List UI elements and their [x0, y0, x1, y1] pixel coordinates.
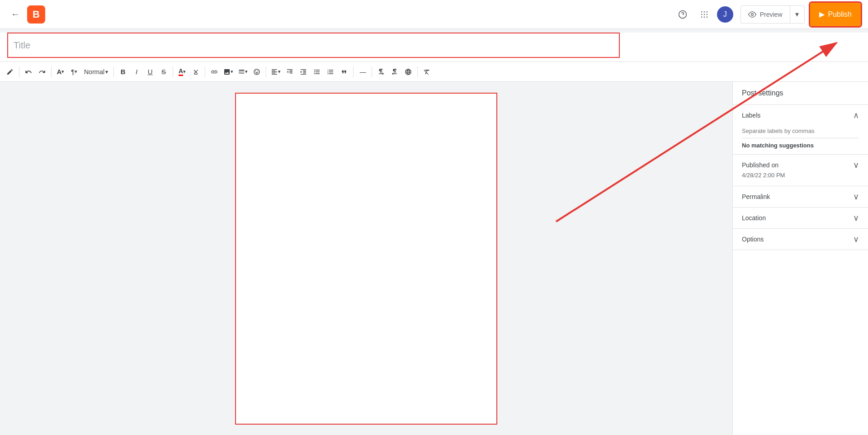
svg-point-11 — [751, 13, 753, 15]
location-label: Location — [742, 214, 766, 222]
separator-5 — [205, 66, 205, 77]
labels-label: Labels — [742, 112, 760, 119]
emoji-button[interactable] — [250, 65, 263, 79]
clear-formatting-button[interactable] — [420, 65, 433, 79]
location-section: Location ∨ — [733, 208, 868, 229]
hr-button[interactable]: — — [356, 65, 369, 79]
italic-button[interactable]: I — [130, 65, 143, 79]
svg-point-2 — [701, 11, 703, 12]
separator-8 — [372, 66, 372, 77]
permalink-section: Permalink ∨ — [733, 186, 868, 208]
separator-7 — [353, 66, 354, 77]
publish-label: Publish — [828, 10, 852, 19]
dropdown-chevron: ▾ — [105, 69, 108, 75]
indent-increase-button[interactable] — [297, 65, 310, 79]
labels-section: Labels ∧ No matching suggestions — [733, 105, 868, 155]
editor-area[interactable] — [0, 82, 732, 435]
preview-button[interactable]: Preview — [741, 5, 790, 24]
publish-icon: ▶ — [819, 10, 825, 19]
svg-point-5 — [701, 14, 703, 15]
labels-chevron: ∧ — [853, 110, 859, 120]
blogger-logo: B — [27, 5, 45, 24]
published-on-chevron: ∨ — [853, 160, 859, 170]
highlight-button[interactable] — [189, 65, 202, 79]
font-size-button[interactable]: A ▾ — [54, 65, 67, 79]
published-on-header[interactable]: Published on ∨ — [742, 160, 859, 170]
numbered-list-button[interactable] — [324, 65, 337, 79]
back-button[interactable]: ← — [7, 6, 24, 23]
publish-button[interactable]: ▶ Publish — [810, 3, 861, 26]
language-button[interactable] — [402, 65, 415, 79]
separator-1 — [19, 66, 19, 77]
svg-point-8 — [701, 16, 703, 18]
svg-point-7 — [706, 14, 708, 15]
options-label: Options — [742, 236, 764, 243]
main-layout: Post settings Labels ∧ No matching sugge… — [0, 82, 868, 435]
bullet-list-button[interactable] — [311, 65, 323, 79]
grid-button[interactable] — [695, 5, 713, 24]
strikethrough-button[interactable]: S — [157, 65, 170, 79]
location-header[interactable]: Location ∨ — [742, 213, 859, 223]
options-header[interactable]: Options ∨ — [742, 234, 859, 244]
left-to-right-button[interactable] — [375, 65, 387, 79]
svg-point-6 — [703, 14, 705, 15]
sidebar: Post settings Labels ∧ No matching sugge… — [732, 82, 868, 435]
svg-point-4 — [706, 11, 708, 12]
toolbar: A ▾ ¶ ▾ Normal ▾ B I U S A ▾ ▾ ▾ — [0, 62, 868, 82]
avatar[interactable]: J — [717, 6, 733, 23]
post-settings-header: Post settings — [733, 82, 868, 105]
no-suggestions: No matching suggestions — [742, 142, 859, 149]
options-section: Options ∨ — [733, 229, 868, 250]
permalink-header[interactable]: Permalink ∨ — [742, 192, 859, 202]
preview-label: Preview — [760, 11, 783, 18]
published-on-label: Published on — [742, 161, 778, 169]
svg-point-3 — [703, 11, 705, 12]
align-button[interactable]: ▾ — [269, 65, 283, 79]
svg-point-9 — [703, 16, 705, 18]
separator-2 — [51, 66, 52, 77]
chevron-down-icon: ▾ — [795, 10, 799, 19]
pencil-tool-button[interactable] — [4, 65, 16, 79]
top-nav: ← B J — [0, 0, 868, 29]
published-date: 4/28/22 2:00 PM — [742, 170, 859, 180]
permalink-label: Permalink — [742, 193, 770, 200]
link-button[interactable] — [208, 65, 221, 79]
font-style-button[interactable]: ¶ ▾ — [68, 65, 80, 79]
image-button[interactable]: ▾ — [222, 65, 235, 79]
bold-button[interactable]: B — [117, 65, 129, 79]
redo-button[interactable] — [36, 65, 48, 79]
separator-9 — [417, 66, 418, 77]
separator-3 — [113, 66, 114, 77]
nav-right-actions: J Preview ▾ ▶ Publish — [674, 3, 861, 26]
svg-point-10 — [706, 16, 708, 18]
layout-button[interactable]: ▾ — [236, 65, 250, 79]
underline-button[interactable]: U — [144, 65, 156, 79]
right-to-left-button[interactable] — [388, 65, 401, 79]
title-input[interactable] — [7, 33, 620, 58]
permalink-chevron: ∨ — [853, 192, 859, 202]
published-on-section: Published on ∨ 4/28/22 2:00 PM — [733, 155, 868, 186]
labels-section-header[interactable]: Labels ∧ — [742, 110, 859, 120]
back-icon: ← — [11, 9, 20, 19]
preview-dropdown-button[interactable]: ▾ — [790, 5, 805, 24]
separator-6 — [266, 66, 266, 77]
quote-button[interactable] — [338, 65, 350, 79]
options-chevron: ∨ — [853, 234, 859, 244]
paragraph-style-dropdown[interactable]: Normal ▾ — [81, 65, 111, 79]
font-color-button[interactable]: A ▾ — [176, 65, 189, 79]
editor-content[interactable] — [235, 93, 497, 425]
location-chevron: ∨ — [853, 213, 859, 223]
separator-4 — [173, 66, 173, 77]
paragraph-style-label: Normal — [84, 68, 104, 76]
undo-button[interactable] — [22, 65, 35, 79]
labels-input[interactable] — [742, 124, 859, 138]
title-area — [0, 33, 868, 62]
indent-decrease-button[interactable] — [283, 65, 296, 79]
help-button[interactable] — [674, 5, 692, 24]
